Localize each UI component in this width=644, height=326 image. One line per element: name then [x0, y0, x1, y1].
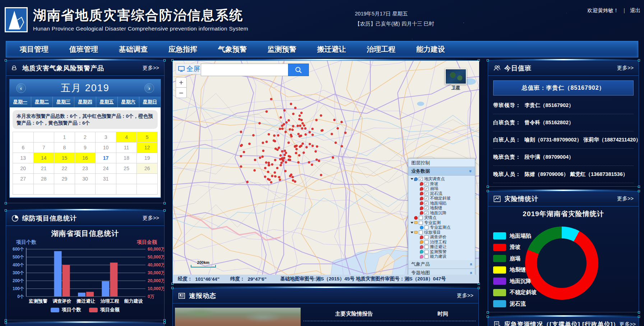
expand-icon[interactable]: » [468, 271, 473, 274]
zoom-out-button[interactable]: − [176, 88, 187, 98]
layer-checkbox[interactable] [425, 225, 428, 229]
disaster-point[interactable] [297, 125, 299, 127]
disaster-point[interactable] [254, 169, 256, 172]
calendar-day-cell[interactable]: 31 [96, 174, 116, 184]
disaster-point[interactable] [294, 181, 296, 183]
disaster-point[interactable] [333, 119, 335, 121]
calendar-day-cell[interactable] [116, 184, 137, 195]
disaster-point[interactable] [273, 140, 275, 142]
calendar-day-cell[interactable]: 30 [75, 174, 96, 184]
layer-tree-item[interactable]: ✓崩塌 [410, 186, 475, 191]
legend-item[interactable]: 项目个数 [51, 307, 81, 313]
bar-项目金额[interactable] [86, 292, 94, 297]
bar-项目个数[interactable] [54, 251, 62, 297]
more-link[interactable]: 更多>> [617, 195, 634, 202]
disaster-point[interactable] [302, 122, 304, 124]
disaster-point[interactable] [311, 164, 313, 166]
layer-checkbox[interactable] [419, 230, 423, 234]
nav-item[interactable]: 基础调查 [119, 45, 148, 54]
calendar-day-cell[interactable]: 4 [116, 132, 137, 143]
collapse-icon[interactable]: » [468, 170, 473, 172]
satellite-thumbnail[interactable] [445, 69, 467, 84]
bar-项目金额[interactable] [62, 265, 70, 297]
disaster-point[interactable] [321, 130, 323, 132]
layer-tree-item[interactable]: 能力建设 [410, 254, 475, 259]
disaster-point[interactable] [304, 127, 306, 130]
layer-checkbox[interactable] [425, 235, 428, 239]
nav-item[interactable]: 应急指挥 [168, 45, 197, 54]
disaster-point[interactable] [292, 176, 294, 178]
calendar-day-cell[interactable]: 26 [137, 163, 158, 174]
disaster-point[interactable] [268, 164, 270, 166]
disaster-point[interactable] [288, 141, 290, 144]
layer-checkbox[interactable] [419, 221, 423, 225]
calendar-day-cell[interactable]: 21 [34, 163, 55, 174]
map-search-button[interactable] [288, 64, 309, 76]
disaster-point[interactable] [320, 174, 322, 176]
more-link[interactable]: 更多>> [619, 321, 636, 326]
disaster-point[interactable] [274, 172, 276, 174]
layer-checkbox[interactable]: ✓ [425, 211, 428, 215]
disaster-point[interactable] [337, 127, 339, 130]
disaster-point[interactable] [286, 121, 288, 124]
calendar-day-cell[interactable] [13, 132, 34, 143]
disaster-point[interactable] [303, 125, 305, 127]
disaster-point[interactable] [281, 157, 283, 159]
disaster-point[interactable] [267, 171, 269, 173]
layer-tree-item[interactable]: 监测预警 [410, 250, 475, 255]
disaster-point[interactable] [311, 128, 314, 130]
disaster-point[interactable] [295, 152, 297, 154]
disaster-point[interactable] [308, 161, 310, 163]
disaster-point[interactable] [277, 134, 279, 136]
calendar-day-cell[interactable]: 25 [116, 163, 137, 174]
nav-item[interactable]: 监测预警 [268, 45, 296, 54]
disaster-point[interactable] [284, 131, 287, 133]
disaster-point[interactable] [316, 159, 318, 161]
legend-item[interactable]: 崩塌 [493, 255, 537, 262]
disaster-point[interactable] [261, 155, 264, 158]
disaster-point[interactable] [265, 111, 268, 113]
legend-item[interactable]: 地裂缝 [493, 266, 537, 274]
calendar-day-cell[interactable]: 8 [54, 143, 75, 153]
disaster-point[interactable] [298, 115, 301, 117]
calendar-day-cell[interactable]: 9 [75, 143, 96, 153]
logout-link[interactable]: 退出 [630, 8, 640, 13]
bar-项目个数[interactable] [78, 293, 85, 297]
disaster-point[interactable] [298, 154, 300, 157]
disaster-point[interactable] [300, 145, 302, 147]
nav-item[interactable]: 能力建设 [416, 45, 445, 54]
disaster-point[interactable] [265, 162, 267, 164]
more-link[interactable]: 更多>> [617, 65, 634, 71]
disaster-point[interactable] [262, 142, 264, 144]
disaster-point[interactable] [268, 133, 270, 135]
layer-checkbox[interactable] [425, 240, 428, 244]
disaster-point[interactable] [309, 131, 311, 133]
calendar-day-cell[interactable] [34, 184, 55, 195]
layer-tree-item[interactable]: ✓地灾调查点 [410, 177, 475, 182]
expand-icon[interactable]: » [468, 263, 473, 265]
disaster-point[interactable] [297, 133, 300, 135]
disaster-point[interactable] [273, 135, 275, 137]
calendar-day-cell[interactable] [137, 184, 158, 195]
disaster-point[interactable] [306, 146, 308, 148]
calendar-day-cell[interactable]: 15 [54, 153, 75, 163]
disaster-point[interactable] [240, 166, 242, 168]
calendar-day-cell[interactable] [96, 184, 116, 195]
disaster-point[interactable] [294, 146, 296, 148]
layer-tree-item[interactable]: 调查评价 [410, 235, 475, 240]
layer-tree-item[interactable]: 专业监测 [410, 220, 475, 225]
more-link[interactable]: 更多>> [457, 292, 473, 299]
disaster-point[interactable] [300, 112, 302, 114]
layer-section-business[interactable]: 业务数据 » [408, 167, 475, 176]
map[interactable]: 全屏 + − 卫星 图层控制 业务数据 » ✓地灾调查点✓滑坡✓ [173, 61, 479, 275]
disaster-point[interactable] [284, 150, 286, 152]
disaster-point[interactable] [249, 143, 251, 145]
disaster-point[interactable] [268, 179, 270, 181]
disaster-point[interactable] [315, 150, 317, 153]
disaster-point[interactable] [335, 142, 337, 144]
disaster-point[interactable] [279, 179, 281, 181]
calendar-day-cell[interactable]: 24 [96, 163, 116, 174]
legend-item[interactable]: 地面塌陷 [493, 232, 537, 239]
calendar-day-cell[interactable]: 29 [54, 174, 75, 184]
calendar-day-cell[interactable] [116, 174, 137, 184]
